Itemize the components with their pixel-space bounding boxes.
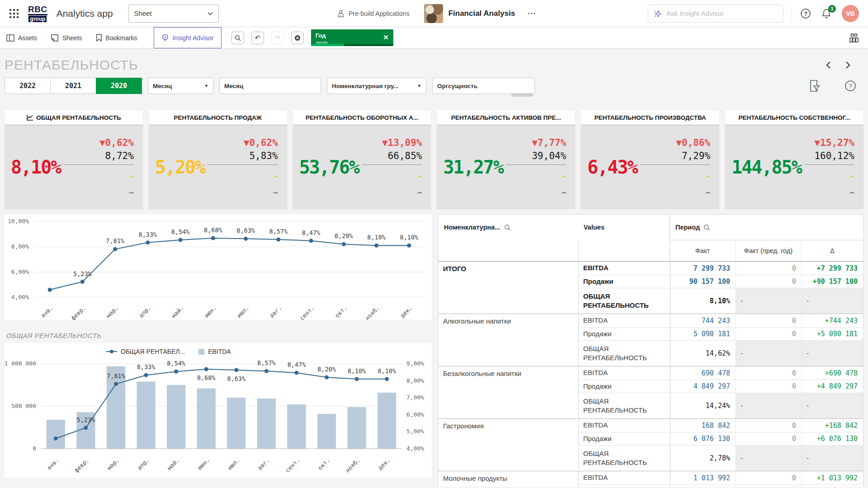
step-forward-button[interactable]: ↷ xyxy=(271,32,284,44)
svg-text:янв.: янв. xyxy=(39,305,54,319)
pivot-table[interactable]: Номенклатурна... Values Период xyxy=(438,214,863,487)
group-name[interactable]: Молочные продукты xyxy=(439,471,578,487)
svg-text:мар.: мар. xyxy=(106,457,121,472)
table-row[interactable]: ОБЩАЯ РЕНТАБЕЛЬНОСТЬ8,10%-- xyxy=(579,288,863,314)
year-button-2021[interactable]: 2021 xyxy=(50,78,96,94)
svg-text:июл.: июл. xyxy=(226,457,241,472)
table-row[interactable]: ОБЩАЯ РЕНТАБЕЛЬНОСТЬ14,62%-- xyxy=(579,340,863,366)
month-dropdown-label: Месяц xyxy=(153,83,172,89)
table-row[interactable]: Продажи6 076 1300+6 076 130 xyxy=(579,432,863,445)
table-row[interactable]: EBITDA7 299 7330+7 299 733 xyxy=(579,262,863,275)
selection-chip-year[interactable]: Год 2020 ✕ xyxy=(311,29,393,46)
cell-fact: 168 842 xyxy=(670,419,736,432)
step-back-button[interactable]: ↶ xyxy=(251,32,264,44)
bookmarks-button[interactable]: Bookmarks xyxy=(96,27,137,48)
table-row[interactable]: EBITDA1 013 9920+1 013 992 xyxy=(579,471,863,484)
org-listbox[interactable]: Оргсущность xyxy=(432,78,535,94)
sheet-help-button[interactable]: ? xyxy=(844,80,856,92)
next-sheet-button[interactable] xyxy=(845,61,851,69)
topbar-center: Pre-build Applications Financial Analysi… xyxy=(337,0,536,27)
svg-text:8,54%: 8,54% xyxy=(167,360,185,367)
lightbulb-icon xyxy=(161,34,169,42)
kpi-value: 31,27% xyxy=(443,157,503,178)
sheets-button[interactable]: Sheets xyxy=(51,27,82,48)
smart-search-button[interactable] xyxy=(231,32,244,44)
app-title: Analytics app xyxy=(57,8,113,19)
header-fact[interactable]: Факт xyxy=(670,240,735,261)
help-button[interactable]: ? xyxy=(800,8,811,19)
app-launcher-icon[interactable] xyxy=(9,9,19,19)
group-name[interactable]: Гастрономия xyxy=(439,419,578,471)
clear-selections-button[interactable] xyxy=(291,32,304,44)
user-avatar[interactable]: VB xyxy=(842,5,859,22)
svg-text:5,23%: 5,23% xyxy=(73,270,92,277)
group-name[interactable]: Безалкогольные напитки xyxy=(439,366,578,418)
kpi-title: РЕНТАБЕЛЬНОСТЬ ОБОРОТНЫХ А... xyxy=(306,114,418,121)
assets-button[interactable]: Assets xyxy=(6,27,37,48)
svg-text:авг.: авг. xyxy=(268,305,283,319)
cell-fact: 7 299 733 xyxy=(670,262,736,275)
table-row[interactable]: Продажи4 849 2970+4 849 297 xyxy=(579,380,863,393)
month-listbox[interactable]: Месяц xyxy=(219,78,321,94)
nomenclature-dropdown[interactable]: Номенклатурная гру... ▼ xyxy=(327,78,426,94)
legend-line-label: ОБЩАЯ РЕНТАБЕЛ... xyxy=(121,348,185,355)
group-name[interactable]: Алкогольные напитки xyxy=(439,314,578,366)
kpi-card-header: РЕНТАБЕЛЬНОСТЬ СОБСТВЕННОГ... xyxy=(725,110,863,125)
cell-fact-prev-year: - xyxy=(736,288,802,314)
svg-text:8,10%: 8,10% xyxy=(367,234,386,241)
legend-item-line[interactable]: ОБЩАЯ РЕНТАБЕЛ... xyxy=(106,348,185,355)
header-spacer xyxy=(439,240,578,261)
cell-delta: +10 085 007 xyxy=(802,485,863,487)
cell-fact-prev-year: 0 xyxy=(736,366,802,380)
cell-fact-prev-year: 0 xyxy=(736,485,802,487)
header-period[interactable]: Период xyxy=(670,215,863,240)
legend-item-bar[interactable]: EBITDA xyxy=(198,348,231,355)
year-button-2020[interactable]: 2020 xyxy=(96,78,142,94)
ask-insight-advisor-input[interactable] xyxy=(666,9,778,17)
kpi-plan-value: – xyxy=(850,188,854,197)
month-dropdown[interactable]: Месяц ▼ xyxy=(148,78,213,94)
header-values[interactable]: Values xyxy=(578,215,670,240)
cell-delta: +168 842 xyxy=(802,419,863,432)
notifications-button[interactable]: 1 xyxy=(821,8,832,19)
sheet-selector-dropdown[interactable]: Sheet xyxy=(128,5,219,23)
table-row[interactable]: Продажи90 157 1000+90 157 100 xyxy=(579,275,863,288)
kpi-card-1[interactable]: ОБЩАЯ РЕНТАБЕЛЬНОСТЬ8,10%▼0,62%8,72%-– xyxy=(5,110,143,209)
table-row[interactable]: EBITDA690 4780+690 478 xyxy=(579,366,863,380)
insight-advisor-button[interactable]: Insight Advisor xyxy=(154,27,222,48)
group-name[interactable]: ИТОГО xyxy=(439,262,578,314)
table-row[interactable]: Продажи10 085 0070+10 085 007 xyxy=(579,484,863,487)
table-row[interactable]: ОБЩАЯ РЕНТАБЕЛЬНОСТЬ2,78%-- xyxy=(579,445,863,471)
previous-sheet-button[interactable] xyxy=(826,61,831,69)
more-menu-button[interactable]: ··· xyxy=(528,9,536,18)
kpi-card-3[interactable]: РЕНТАБЕЛЬНОСТЬ ОБОРОТНЫХ А...53,76%▼13,0… xyxy=(293,110,431,209)
prebuild-applications-link[interactable]: Pre-build Applications xyxy=(337,9,410,18)
cell-fact: 6 076 130 xyxy=(670,432,736,445)
profitability-line-chart[interactable]: 4,00%6,00%8,00%10,00%янв.февр.мар.апр.ма… xyxy=(5,214,432,320)
cell-metric: Продажи xyxy=(579,380,670,393)
header-nomenclature[interactable]: Номенклатурна... xyxy=(439,215,578,240)
kpi-card-4[interactable]: РЕНТАБЕЛЬНОСТЬ АКТИВОВ ПРЕ...31,27%▼7,77… xyxy=(437,110,575,209)
table-row[interactable]: ОБЩАЯ РЕНТАБЕЛЬНОСТЬ14,24%-- xyxy=(579,393,863,418)
header-fact-prev-year[interactable]: Факт (пред. год) xyxy=(735,240,801,261)
profitability-combo-chart[interactable]: ОБЩАЯ РЕНТАБЕЛ... EBITDA 0500 0001 000 0… xyxy=(5,343,432,478)
caret-down-icon: ▼ xyxy=(204,84,208,88)
kpi-card-2[interactable]: РЕНТАБЕЛЬНОСТЬ ПРОДАЖ5,20%▼0,62%5,83%-– xyxy=(149,110,287,209)
sheet-overview-button[interactable] xyxy=(849,33,859,43)
kpi-prev-year-value: 5,83% xyxy=(249,150,278,161)
table-row[interactable]: EBITDA744 2430+744 243 xyxy=(579,314,863,327)
export-filter-button[interactable] xyxy=(809,80,821,92)
kpi-delta-vs-prev-year: ▼0,62% xyxy=(244,137,278,148)
table-group: Безалкогольные напиткиEBITDA690 4780+690… xyxy=(439,366,863,418)
header-delta[interactable]: Δ xyxy=(801,240,863,261)
search-icon[interactable] xyxy=(504,224,511,231)
insight-advisor-search[interactable] xyxy=(648,5,783,23)
search-icon[interactable] xyxy=(703,224,710,231)
chip-close-icon[interactable]: ✕ xyxy=(383,33,389,41)
table-row[interactable]: EBITDA168 8420+168 842 xyxy=(579,419,863,432)
year-button-2022[interactable]: 2022 xyxy=(5,78,51,94)
svg-text:8,10%: 8,10% xyxy=(377,367,396,375)
kpi-card-5[interactable]: РЕНТАБЕЛЬНОСТЬ ПРОИЗВОДСТВА6,43%▼0,86%7,… xyxy=(581,110,719,209)
kpi-card-6[interactable]: РЕНТАБЕЛЬНОСТЬ СОБСТВЕННОГ...144,85%▼15,… xyxy=(725,110,863,209)
table-row[interactable]: Продажи5 090 1810+5 090 181 xyxy=(579,327,863,340)
